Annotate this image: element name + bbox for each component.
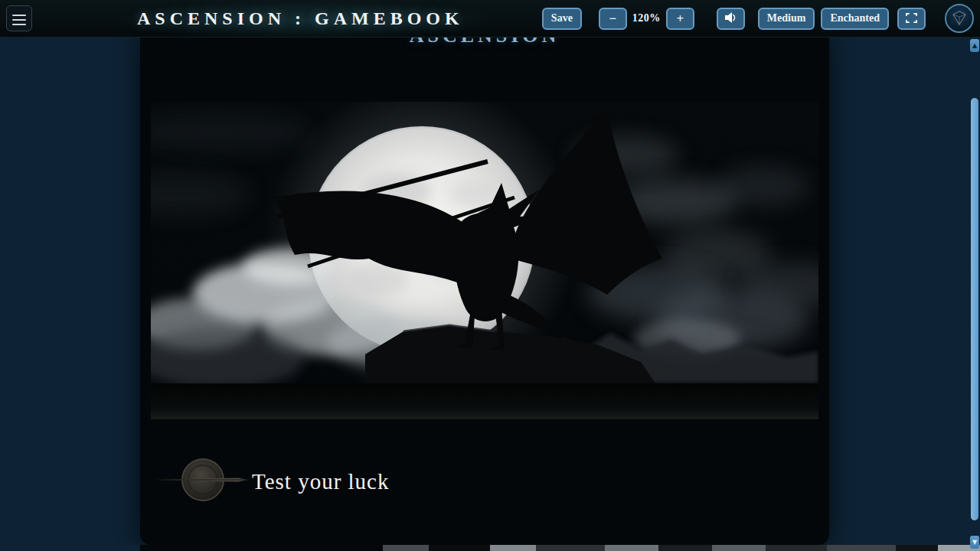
- dragon-moon-scene-image: [151, 102, 818, 419]
- scrollbar-thumb[interactable]: [971, 98, 978, 520]
- choice-test-your-luck[interactable]: Test your luck: [155, 458, 390, 505]
- speaker-icon: [724, 11, 737, 26]
- zoom-out-button[interactable]: −: [599, 8, 627, 30]
- up-arrow-icon: ▲: [972, 42, 977, 49]
- page-heading: ASCENSION: [140, 37, 829, 47]
- header: ASCENSION : GAMEBOOK Save − 120% + Mediu…: [0, 0, 980, 37]
- zoom-in-button[interactable]: +: [666, 8, 694, 30]
- choice-label: Test your luck: [252, 469, 390, 494]
- scroll-down-button[interactable]: ▼: [970, 536, 979, 549]
- mode-button[interactable]: Enchanted: [821, 8, 889, 30]
- hamburger-icon: [11, 15, 27, 26]
- sound-button[interactable]: [717, 8, 745, 30]
- menu-button[interactable]: [6, 5, 32, 31]
- scrollbar[interactable]: ▲ ▼: [969, 37, 980, 551]
- gamebook-logo-icon: [951, 9, 968, 28]
- scroll-up-button[interactable]: ▲: [970, 39, 979, 52]
- fullscreen-icon: [906, 12, 917, 25]
- content-panel: ASCENSION: [140, 37, 829, 545]
- app-title: ASCENSION : GAMEBOOK: [137, 0, 464, 37]
- save-button[interactable]: Save: [542, 8, 582, 30]
- bottom-edge-strip: [0, 545, 980, 551]
- zoom-level: 120%: [632, 12, 661, 24]
- fullscreen-button[interactable]: [897, 8, 926, 30]
- difficulty-button[interactable]: Medium: [758, 8, 815, 30]
- avatar-button[interactable]: [945, 4, 974, 33]
- down-arrow-icon: ▼: [972, 539, 977, 546]
- compass-blade-emblem-icon: [155, 456, 249, 507]
- header-controls: Save − 120% + Medium Enchanted: [542, 0, 974, 37]
